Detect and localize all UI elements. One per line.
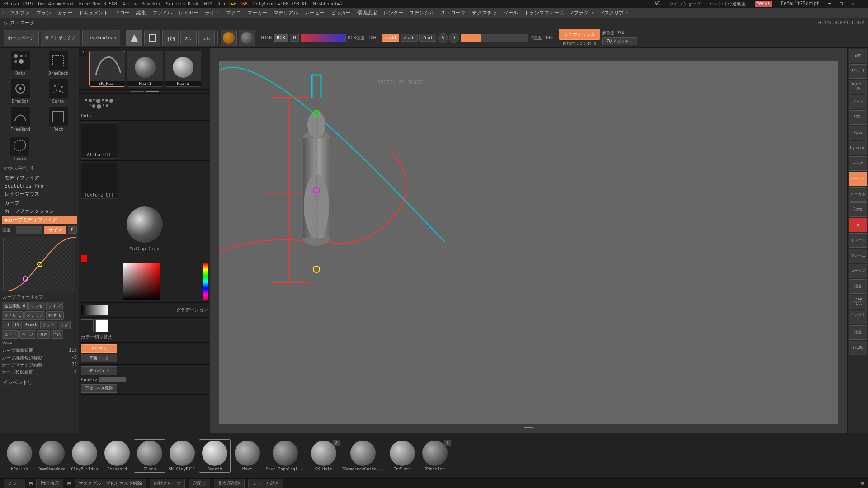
brush-bottom-damstandard[interactable]: DamStandard — [36, 440, 68, 472]
status-hole-close[interactable]: 穴閉じ — [189, 479, 210, 488]
brush-item-dragdot[interactable]: DragDot — [2, 78, 39, 105]
base-btn[interactable]: ベース — [19, 330, 36, 339]
rgb-btn[interactable]: RGB — [274, 34, 288, 42]
menu-texture[interactable]: テクスチャ — [469, 9, 500, 17]
menu-macro[interactable]: マクロ — [223, 9, 244, 17]
offset-btn[interactable]: オフセ — [28, 302, 45, 310]
right-btn-base[interactable]: ベース — [849, 156, 867, 171]
menu-file[interactable]: ファイル — [150, 9, 175, 17]
load-btn[interactable]: 読込 — [51, 330, 63, 339]
replace-btn[interactable]: 入れ替え — [81, 344, 117, 353]
copy-btn[interactable]: コピー — [2, 330, 19, 339]
subdiv-slider[interactable] — [99, 377, 126, 382]
alpha-panel[interactable]: Alpha Off — [81, 122, 117, 159]
rgb-color-bar[interactable] — [301, 34, 346, 42]
noise-btn[interactable]: ノイズ — [46, 302, 63, 310]
menu-edit[interactable]: 編集 — [133, 9, 149, 17]
white-swatch[interactable] — [95, 319, 108, 332]
brush-thumb-sk-hair[interactable]: SK_Hair — [89, 51, 125, 87]
lower-level-btn[interactable]: 下位レベル削除 — [81, 384, 117, 393]
rida-btn[interactable]: リダ — [58, 321, 71, 329]
save-btn[interactable]: 保存 — [37, 330, 50, 339]
brush-item-lasso[interactable]: Lasso — [2, 136, 38, 163]
strength-val-btn[interactable]: 強度 0 — [46, 311, 64, 320]
right-btn-linefill[interactable]: Line Fill — [849, 295, 867, 309]
matcap-panel[interactable] — [127, 206, 163, 243]
right-btn-z100[interactable]: Z-100 — [849, 341, 867, 355]
right-btn-inflate[interactable]: インフラト — [849, 310, 867, 324]
brush-item-spray[interactable]: Spray — [40, 78, 77, 105]
right-btn-trace[interactable]: トレース — [849, 233, 867, 248]
menu-color[interactable]: カラー — [55, 9, 75, 17]
brush-bottom-move[interactable]: Move — [231, 440, 263, 472]
gradient-bar[interactable] — [81, 305, 108, 315]
menu-document[interactable]: ドキュメント — [76, 9, 111, 17]
canvas-area[interactable]: SMOOTH AY SMOOTH — [210, 48, 847, 433]
back-mask-btn[interactable]: 背面マスク — [81, 354, 117, 362]
lazy-mouse-item[interactable]: レイジーマウス — [2, 190, 77, 198]
stroke-expand-icon[interactable]: ▷ — [4, 19, 7, 27]
right-btn-ac5[interactable]: AC5% — [849, 110, 867, 125]
color-picker-area[interactable] — [123, 263, 160, 300]
close-btn[interactable]: ✕ — [852, 1, 854, 7]
hue-bar[interactable] — [203, 263, 208, 300]
menu-render[interactable]: レンダー — [381, 9, 406, 17]
right-btn-trans[interactable]: 透過 — [849, 279, 867, 294]
tile-btn[interactable]: タイル 1 — [2, 311, 24, 320]
right-btn-dynamic[interactable]: Dynamic — [849, 141, 867, 155]
brush-bottom-claybuildup[interactable]: ClayBuildup — [69, 440, 100, 472]
brush-bottom-inflate[interactable]: Inflate — [387, 440, 418, 472]
brush-thumb-hair2[interactable]: Hair2 — [165, 51, 201, 87]
zsub-btn[interactable]: Zsub — [401, 34, 418, 42]
brush-bottom-move-topologi[interactable]: Move Topologi... — [264, 440, 307, 472]
right-btn-snap[interactable]: スナップ — [849, 264, 867, 278]
maximize-btn[interactable]: □ — [840, 1, 843, 7]
black-swatch[interactable] — [81, 319, 94, 332]
brush-bottom-zremesner[interactable]: ZRemesnerGuide... — [340, 440, 386, 472]
menu-stencil[interactable]: ステンシル — [407, 9, 437, 17]
sphere-btn[interactable] — [221, 30, 237, 46]
size-r-btn[interactable]: R — [68, 226, 77, 234]
sculptris-pro-item[interactable]: Sculptris Pro — [2, 182, 77, 190]
modifiers-item[interactable]: モディファイア — [2, 174, 77, 182]
right-btn-epx[interactable]: EPX — [849, 49, 867, 63]
z-intensity-bar[interactable] — [461, 34, 528, 42]
right-btn-trans2[interactable]: 透過 — [849, 325, 867, 340]
brush-bottom-smooth[interactable]: Smooth — [199, 439, 231, 473]
reset-btn[interactable]: Reset — [23, 321, 39, 329]
menu-prefs[interactable]: 環境設定 — [354, 9, 380, 17]
minimize-btn[interactable]: ─ — [828, 1, 831, 7]
right-btn-paste[interactable]: ペースト — [849, 172, 867, 186]
right-btn-spix[interactable]: SPix 3 — [849, 64, 867, 79]
brush-bottom-standard[interactable]: Standard — [101, 440, 133, 472]
fv-btn[interactable]: fV — [12, 321, 22, 329]
menu-layer[interactable]: レイヤー — [176, 9, 201, 17]
menu-movie[interactable]: ムービー — [302, 9, 327, 17]
menus-btn[interactable]: Menus — [755, 1, 772, 7]
brush-thumb-hair1[interactable]: Hair1 — [127, 51, 163, 87]
right-btn-scroll[interactable]: スクロール — [849, 80, 867, 94]
menu-light[interactable]: ライト — [202, 9, 222, 17]
curve-item[interactable]: カーブ — [2, 198, 77, 207]
size-btn[interactable]: サイズ — [44, 226, 66, 234]
menu-stroke[interactable]: ストローク — [438, 9, 468, 17]
step-btn[interactable]: ステップ — [24, 311, 45, 320]
menu-zplugin[interactable]: ZプラグIn — [568, 9, 597, 17]
page-number[interactable]: 2 — [79, 49, 86, 56]
status-mirror-merge[interactable]: ミラーと結合 — [248, 479, 283, 488]
right-btn-gxyz[interactable]: Gxyz — [849, 202, 867, 217]
brush-item-rect[interactable]: Rect — [40, 106, 77, 133]
home-btn[interactable]: ホームページ — [4, 30, 39, 46]
lightbox-btn[interactable]: ライトボックス — [41, 30, 80, 46]
live-boolean-btn[interactable]: LiveBoolean — [82, 30, 120, 46]
color-indicator[interactable] — [81, 255, 87, 262]
default-zscript[interactable]: DefaultZScript — [781, 1, 819, 7]
right-btn-frame[interactable]: フレーム — [849, 249, 867, 263]
right-btn-zoom[interactable]: ズーム — [849, 95, 867, 109]
curve-canvas[interactable] — [3, 237, 75, 291]
light-btn[interactable] — [239, 30, 255, 46]
menu-marker[interactable]: マーカー — [245, 9, 270, 17]
inventory-item[interactable]: インベントリ — [0, 377, 79, 388]
right-btn-ac1[interactable]: AC1% — [849, 126, 867, 140]
quicksave[interactable]: クイックセーブ — [669, 1, 701, 7]
